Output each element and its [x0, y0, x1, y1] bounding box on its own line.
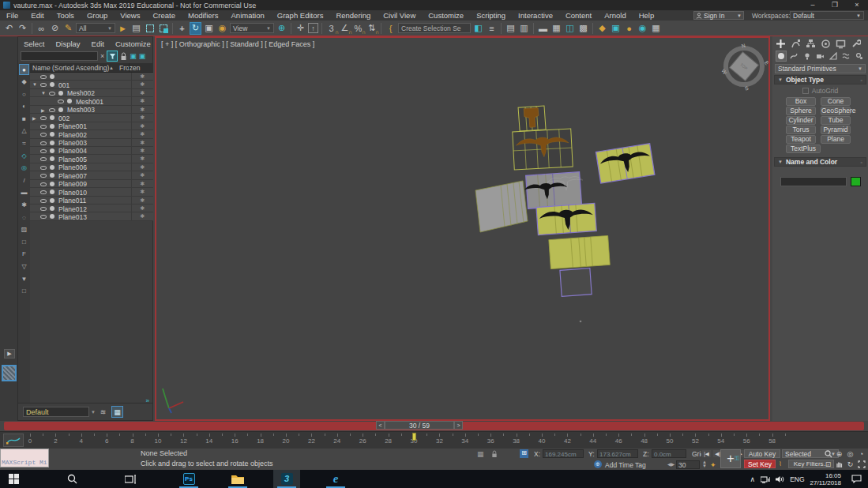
pan-hand-icon[interactable] — [834, 460, 844, 469]
key-selection-brackets-icon[interactable]: ⌇ — [779, 460, 782, 467]
keyboard-shortcut-override-icon[interactable]: ↑ — [308, 23, 318, 33]
explorer-menu-select[interactable]: Select — [18, 39, 50, 48]
set-key-button[interactable]: Set Key — [744, 460, 776, 468]
se-display-hidden-icon[interactable]: ◌ — [19, 212, 29, 223]
zoom-extents-icon[interactable]: ◎ — [845, 449, 855, 459]
explorer-menu-customize[interactable]: Customize — [110, 39, 156, 48]
tree-row-Plane002[interactable]: Plane002✱ — [30, 130, 153, 138]
object-dot-icon[interactable] — [50, 82, 54, 87]
align-icon[interactable]: ≡ — [486, 22, 498, 35]
viewport-layout-tab-button[interactable] — [2, 365, 17, 381]
name-column-header[interactable]: Name (Sorted Ascending) — [30, 64, 109, 72]
frozen-cell-icon[interactable]: ✱ — [131, 89, 153, 97]
menu-edit[interactable]: Edit — [24, 10, 50, 21]
next-frame-button[interactable]: > — [454, 421, 463, 430]
visibility-eye-icon[interactable] — [40, 149, 47, 153]
absolute-mode-icon[interactable]: ⊞ — [520, 449, 528, 458]
zoom-region-icon[interactable]: ⊡ — [823, 460, 833, 469]
menu-scripting[interactable]: Scripting — [470, 10, 512, 21]
frozen-cell-icon[interactable]: ✱ — [131, 205, 153, 212]
tree-row-Mesh001[interactable]: Mesh001✱ — [30, 97, 153, 105]
frame-spinner-icon[interactable]: ▲▼ — [702, 460, 707, 468]
explorer-column-header[interactable]: Name (Sorted Ascending) ▲ Frozen — [30, 63, 153, 73]
display-tab-icon[interactable] — [836, 39, 846, 49]
se-display-shapes-icon[interactable]: ○ — [19, 88, 29, 99]
helpers-category-icon[interactable] — [828, 51, 839, 62]
cameras-category-icon[interactable] — [815, 51, 826, 62]
maximize-button[interactable]: ❐ — [824, 0, 846, 10]
se-display-plugins-icon[interactable]: □ — [19, 236, 29, 247]
toggle-layer-explorer-icon[interactable]: ▥ — [518, 22, 530, 35]
frozen-cell-icon[interactable]: ✱ — [131, 171, 153, 179]
tree-row-unnamed[interactable]: ✱ — [30, 73, 153, 81]
object-dot-icon[interactable] — [50, 141, 54, 145]
network-icon[interactable] — [761, 475, 770, 483]
menu-tools[interactable]: Tools — [51, 10, 81, 21]
object-dot-icon[interactable] — [50, 124, 54, 129]
frozen-cell-icon[interactable]: ✱ — [131, 212, 153, 220]
object-dot-icon[interactable] — [58, 107, 63, 112]
se-display-groups-icon[interactable]: ◇ — [19, 150, 29, 161]
add-time-tag-icon[interactable]: ⊕ — [594, 460, 602, 468]
se-filter-t-icon[interactable]: ▼ — [19, 273, 29, 284]
se-filter-funnel-icon[interactable]: ▽ — [19, 261, 29, 272]
visibility-eye-icon[interactable] — [49, 92, 55, 96]
bind-to-space-warp-icon[interactable]: ✎ — [62, 22, 74, 35]
se-display-all-icon[interactable]: ● — [19, 64, 29, 75]
systems-category-icon[interactable] — [854, 51, 865, 62]
menu-graph-editors[interactable]: Graph Editors — [271, 10, 330, 21]
object-dot-icon[interactable] — [50, 206, 54, 211]
object-dot-icon[interactable] — [50, 173, 54, 178]
primitives-dropdown[interactable]: Standard Primitives ▼ — [775, 64, 866, 73]
schematic-view-icon[interactable]: ◫ — [564, 22, 576, 35]
viewport-canvas[interactable]: TOP N E S W — [156, 38, 768, 419]
visibility-eye-icon[interactable] — [40, 116, 47, 120]
z-coordinate-field[interactable]: 0.0cm — [652, 449, 686, 458]
se-display-xrefs-icon[interactable]: ◎ — [19, 163, 29, 174]
taskbar-file-explorer-icon[interactable] — [224, 470, 251, 488]
spinner-snap-icon[interactable]: ⇅∩ — [366, 22, 378, 35]
explorer-menu-edit[interactable]: Edit — [86, 39, 110, 48]
auto-key-button[interactable]: Auto Key — [744, 449, 780, 458]
render-in-cloud-icon[interactable]: ◉ — [637, 22, 648, 35]
window-crossing-icon[interactable] — [157, 22, 169, 35]
frozen-cell-icon[interactable]: ✱ — [131, 97, 153, 105]
object-dot-icon[interactable] — [50, 182, 54, 186]
percent-snap-icon[interactable]: %∩ — [352, 22, 364, 35]
autogrid-checkbox[interactable] — [802, 88, 809, 94]
curve-editor-icon[interactable]: ▦ — [550, 22, 562, 35]
menu-content[interactable]: Content — [559, 10, 598, 21]
expand-panel-button[interactable]: ▶ — [4, 349, 15, 358]
explorer-layout-icon[interactable]: ▦ — [111, 406, 123, 418]
orbit-icon[interactable]: ↻ — [845, 460, 855, 469]
visibility-eye-icon[interactable] — [40, 125, 47, 129]
object-type-textplus-button[interactable]: TextPlus — [786, 145, 821, 153]
select-by-name-icon[interactable]: ▤ — [130, 22, 142, 35]
taskbar-clock[interactable]: 16:05 27/11/2018 — [810, 472, 841, 486]
frozen-cell-icon[interactable]: ✱ — [131, 106, 153, 114]
previous-frame-button[interactable]: < — [376, 421, 385, 430]
selection-filter-dropdown[interactable]: All▼ — [76, 23, 115, 33]
lock-icon[interactable] — [120, 52, 127, 61]
visibility-eye-icon[interactable] — [40, 199, 47, 203]
select-and-rotate-icon[interactable]: ↻ — [190, 22, 201, 35]
visibility-eye-icon[interactable] — [40, 83, 47, 87]
visibility-eye-icon[interactable] — [40, 190, 47, 194]
object-dot-icon[interactable] — [50, 148, 54, 153]
current-frame-marker[interactable] — [412, 433, 416, 441]
tree-row-Plane009[interactable]: Plane009✱ — [30, 180, 153, 188]
mini-curve-editor-button[interactable] — [3, 434, 24, 447]
reference-coordinate-system-dropdown[interactable]: View▼ — [230, 23, 274, 33]
object-type-torus-button[interactable]: Torus — [786, 126, 816, 134]
select-and-manipulate-icon[interactable]: ✛ — [295, 22, 306, 35]
isolate-selection-icon[interactable]: ▦ — [477, 450, 484, 458]
frozen-cell-icon[interactable]: ✱ — [131, 197, 153, 205]
menu-customize[interactable]: Customize — [422, 10, 470, 21]
object-type-rollout-header[interactable]: ▼ Object Type ▫ — [774, 75, 866, 84]
zoom-all-icon[interactable]: ⊕ — [834, 449, 844, 459]
se-pick-icon[interactable]: □ — [19, 286, 29, 297]
visibility-eye-icon[interactable] — [40, 133, 47, 137]
frozen-cell-icon[interactable]: ✱ — [131, 114, 153, 122]
se-display-frozen-icon[interactable]: ✱ — [19, 200, 29, 211]
object-color-swatch[interactable] — [851, 177, 861, 186]
